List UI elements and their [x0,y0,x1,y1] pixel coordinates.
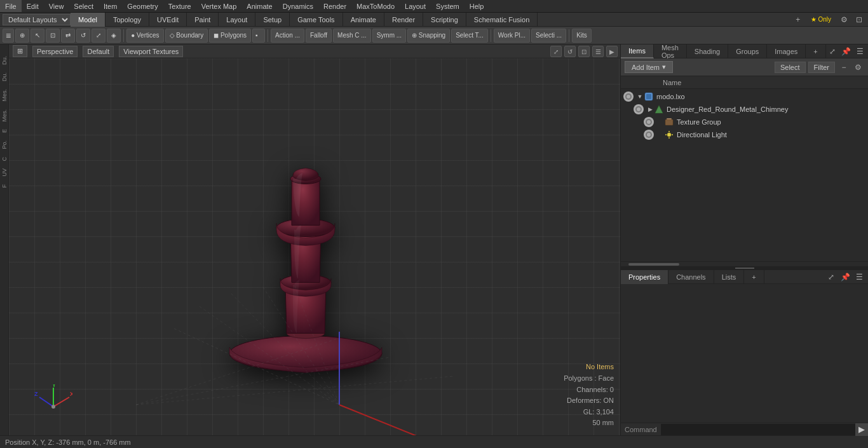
layout-tab-layout[interactable]: Layout [219,13,255,27]
tool-mesh-btn[interactable]: Mesh C ... [333,29,371,43]
menu-dynamics[interactable]: Dynamics [278,0,318,12]
tool-symm-btn[interactable]: Symm ... [372,29,406,43]
items-select-button[interactable]: Select [775,62,806,73]
panel-tab-groups[interactable]: Groups [728,44,767,58]
left-tab-mes2[interactable]: Mes. [0,105,8,126]
props-menu-icon[interactable]: ☰ [853,271,865,283]
menu-maxtomodo[interactable]: MaxToModo [351,0,400,12]
item-vis-modo[interactable] [623,92,634,102]
layout-tab-schematic-fusion[interactable]: Schematic Fusion [466,13,538,27]
items-scrollbar[interactable] [621,261,868,266]
item-expand-chimney[interactable]: ▶ [646,105,654,113]
item-vis-texgroup[interactable] [644,117,654,127]
tool-boundary-btn[interactable]: ◇ Boundary [165,29,208,43]
prop-tab-channels[interactable]: Channels [668,270,714,284]
menu-item[interactable]: Item [98,0,122,12]
prop-tab-lists[interactable]: Lists [714,270,745,284]
menu-edit[interactable]: Edit [22,0,44,12]
item-expand-modo[interactable]: ▼ [636,93,644,100]
vp-icon-play[interactable]: ▶ [606,46,618,57]
panel-tab-mesh-ops[interactable]: Mesh Ops [654,44,687,58]
add-item-button[interactable]: Add Item ▾ [625,61,673,73]
layout-select[interactable]: Default Layouts [3,14,71,25]
item-row-dirlight[interactable]: ▶ Directional Light [641,128,868,141]
left-tab-mes1[interactable]: Mes. [0,85,8,105]
layout-only-label[interactable]: ★ Only [807,16,835,23]
menu-animate[interactable]: Animate [241,0,277,12]
layout-tab-model[interactable]: Model [71,13,105,27]
tool-select-icon[interactable]: ⊡ [46,29,60,43]
panel-tab-shading[interactable]: Shading [687,44,728,58]
item-row-modo[interactable]: ▼ modo.lxo [621,90,868,103]
left-tab-du1[interactable]: Du. [0,52,8,69]
items-list[interactable]: ▼ modo.lxo ▶ Designer_Red_Round_Metal_ [621,89,868,261]
item-row-texgroup[interactable]: ▶ Texture Group [641,116,868,128]
menu-geometry[interactable]: Geometry [122,0,163,12]
layout-tab-uvedit[interactable]: UVEdit [149,13,187,27]
items-minus-icon[interactable]: − [837,61,850,74]
layout-add-icon[interactable]: + [792,13,804,26]
layout-tab-setup[interactable]: Setup [255,13,290,27]
items-expand-icon[interactable]: ⤢ [826,45,839,58]
item-vis-chimney[interactable] [634,104,644,114]
left-tab-f[interactable]: F [0,180,8,192]
vp-icon-grid[interactable]: ⊡ [578,46,590,57]
layout-tab-gametools[interactable]: Game Tools [290,13,343,27]
viewport-expand-btn[interactable]: ⊞ [13,45,27,57]
props-expand-icon[interactable]: ⤢ [825,271,837,283]
tool-workpl-btn[interactable]: Work Pl... [494,29,530,43]
vp-icon-rotate[interactable]: ↺ [564,46,576,57]
menu-view[interactable]: View [44,0,69,12]
tool-item-btn[interactable]: ▪ [252,29,265,43]
left-tab-1[interactable] [0,44,8,52]
left-tab-du2[interactable]: Du. [0,69,8,85]
viewport-texture-label[interactable]: Viewport Textures [119,46,183,57]
items-pin-icon[interactable]: 📌 [840,45,853,58]
viewport-camera-label[interactable]: Perspective [32,46,78,57]
prop-tab-add[interactable]: + [744,270,764,284]
viewport-shading-label[interactable]: Default [83,46,114,57]
layout-tab-topology[interactable]: Topology [105,13,149,27]
layout-tab-scripting[interactable]: Scripting [423,13,466,27]
layout-maximize-icon[interactable]: ⊡ [853,13,865,26]
left-tab-po[interactable]: Po. [0,137,8,153]
left-tab-uv[interactable]: UV [0,165,8,180]
tool-kits-btn[interactable]: Kits [572,29,592,43]
command-input[interactable] [661,424,855,435]
tool-grid-icon[interactable]: ⊕ [15,29,29,43]
tool-polygons-btn[interactable]: ◼ Polygons [209,29,251,43]
viewport-canvas[interactable]: No Items Polygons : Face Channels: 0 Def… [9,58,620,435]
left-tab-c[interactable]: C [0,153,8,165]
tool-shield-icon[interactable]: ◈ [107,29,121,43]
tool-rotate-icon[interactable]: ↺ [76,29,90,43]
layout-tab-render[interactable]: Render [384,13,423,27]
items-cog-icon[interactable]: ⚙ [851,61,864,74]
viewport[interactable]: ⊞ Perspective Default Viewport Textures … [9,44,620,435]
menu-layout[interactable]: Layout [400,0,431,12]
panel-tab-images[interactable]: Images [767,44,806,58]
item-vis-dirlight[interactable] [644,130,654,140]
tool-mode-icon[interactable]: ≡ [3,29,14,43]
layout-settings-icon[interactable]: ⚙ [837,13,850,26]
menu-vertex-map[interactable]: Vertex Map [196,0,242,12]
tool-cursor-icon[interactable]: ↖ [31,29,44,43]
menu-file[interactable]: File [0,0,22,12]
menu-select[interactable]: Select [69,0,98,12]
prop-tab-properties[interactable]: Properties [621,270,668,284]
layout-tab-animate[interactable]: Animate [343,13,384,27]
menu-render[interactable]: Render [318,0,351,12]
items-filter-button[interactable]: Filter [808,62,835,73]
menu-texture[interactable]: Texture [163,0,196,12]
vp-icon-expand[interactable]: ⤢ [550,46,562,57]
tool-scale-icon[interactable]: ⤢ [92,29,105,43]
props-pin-icon[interactable]: 📌 [839,271,851,283]
menu-system[interactable]: System [431,0,465,12]
tool-selecti-btn[interactable]: Selecti ... [531,29,566,43]
items-menu-icon[interactable]: ☰ [854,45,867,58]
tool-transform-icon[interactable]: ⇄ [61,29,75,43]
command-go-button[interactable]: ▶ [855,423,868,436]
left-tab-e[interactable]: E [0,125,8,137]
menu-help[interactable]: Help [465,0,489,12]
tool-falloff-btn[interactable]: Falloff [306,29,332,43]
vp-icon-menu[interactable]: ☰ [592,46,604,57]
